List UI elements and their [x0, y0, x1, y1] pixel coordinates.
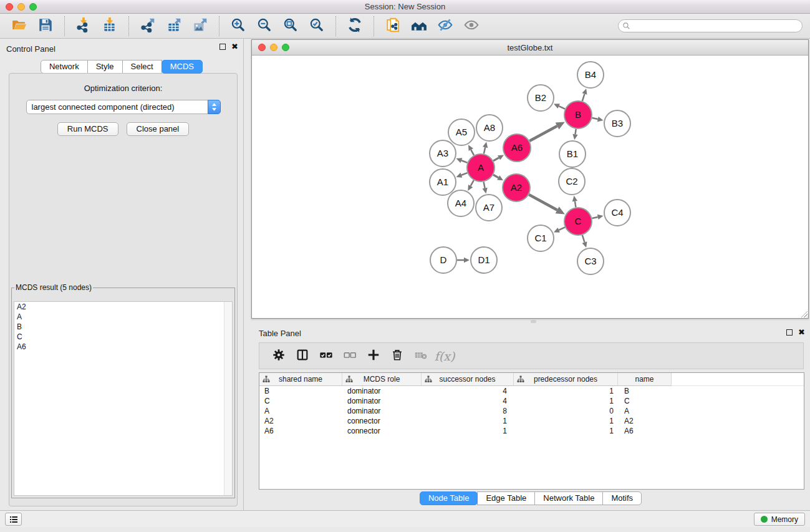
table-cell[interactable]: dominator: [342, 396, 422, 406]
node-C[interactable]: C: [564, 208, 592, 235]
gear-button[interactable]: [270, 347, 287, 365]
deselect-all-button[interactable]: [341, 347, 359, 365]
refresh-button[interactable]: [345, 16, 365, 36]
table-cell[interactable]: 1: [514, 416, 618, 426]
table-row[interactable]: A2connector11A2: [259, 416, 804, 426]
zoom-fit-button[interactable]: [281, 16, 301, 36]
close-window-button[interactable]: [6, 3, 13, 11]
edge-A-A7[interactable]: [484, 182, 485, 188]
edge-C-C3[interactable]: [582, 235, 585, 243]
run-mcds-button[interactable]: Run MCDS: [57, 122, 118, 136]
edge-A2-C[interactable]: [529, 195, 557, 210]
table-tab-node-table[interactable]: Node Table: [420, 491, 478, 505]
table-cell[interactable]: dominator: [342, 406, 422, 416]
table-cell[interactable]: A2: [259, 416, 342, 426]
node-C2[interactable]: C2: [559, 168, 585, 195]
table-cell[interactable]: dominator: [342, 386, 422, 396]
close-panel-button[interactable]: Close panel: [127, 122, 190, 136]
table-tab-edge-table[interactable]: Edge Table: [477, 491, 535, 505]
float-table-panel-icon[interactable]: [786, 329, 793, 336]
node-A1[interactable]: A1: [430, 169, 456, 195]
table-cell[interactable]: 1: [514, 386, 618, 396]
edge-C-C2[interactable]: [575, 201, 576, 208]
table-row[interactable]: Bdominator41B: [259, 386, 804, 396]
network-close-button[interactable]: [258, 44, 266, 51]
node-A5[interactable]: A5: [448, 119, 475, 145]
result-item[interactable]: A2: [14, 302, 232, 312]
table-cell[interactable]: 4: [422, 396, 514, 406]
export-image-button[interactable]: [190, 16, 210, 36]
table-tab-network-table[interactable]: Network Table: [534, 491, 603, 505]
result-item[interactable]: B: [14, 322, 232, 332]
node-B[interactable]: B: [564, 101, 592, 128]
network-window-titlebar[interactable]: testGlobe.txt: [252, 40, 808, 56]
node-D1[interactable]: D1: [471, 247, 497, 273]
table-cell[interactable]: A6: [259, 426, 342, 436]
edge-B-B1[interactable]: [576, 129, 576, 135]
hide-graphics-details-button[interactable]: [435, 16, 455, 36]
table-cell[interactable]: 0: [514, 406, 618, 416]
table-cell[interactable]: A: [259, 406, 342, 416]
network-zoom-button[interactable]: [282, 44, 289, 51]
select-all-button[interactable]: [317, 347, 335, 365]
column-header-shared-name[interactable]: shared name: [259, 373, 342, 386]
show-graphics-details-button[interactable]: [461, 16, 481, 36]
table-cell[interactable]: B: [618, 386, 672, 396]
column-header-name[interactable]: name: [618, 373, 672, 386]
zoom-selected-button[interactable]: [307, 16, 327, 36]
node-C1[interactable]: C1: [528, 225, 554, 251]
node-B4[interactable]: B4: [577, 62, 604, 88]
table-cell[interactable]: 8: [422, 406, 514, 416]
result-item[interactable]: A6: [14, 342, 232, 352]
edge-A-A2[interactable]: [493, 175, 498, 178]
table-cell[interactable]: B: [259, 386, 342, 396]
window-resize-grip[interactable]: [800, 310, 808, 317]
edge-A-A1[interactable]: [461, 173, 468, 175]
edge-A-A4[interactable]: [471, 180, 474, 186]
edge-C-C4[interactable]: [592, 217, 597, 218]
table-cell[interactable]: C: [259, 396, 342, 406]
edge-A-A8[interactable]: [484, 147, 485, 153]
node-B3[interactable]: B3: [604, 110, 630, 137]
memory-button[interactable]: Memory: [754, 513, 805, 526]
table-cell[interactable]: 4: [422, 386, 514, 396]
node-A8[interactable]: A8: [476, 115, 503, 141]
network-minimize-button[interactable]: [270, 44, 277, 51]
result-item[interactable]: C: [14, 332, 232, 342]
trash-button[interactable]: [388, 347, 406, 365]
close-panel-icon[interactable]: ✖: [231, 44, 238, 50]
table-cell[interactable]: connector: [342, 416, 422, 426]
node-A2[interactable]: A2: [503, 174, 530, 201]
table-cell[interactable]: A6: [618, 426, 672, 436]
column-header-successor-nodes[interactable]: successor nodes: [422, 373, 514, 386]
export-network-button[interactable]: [138, 16, 158, 36]
node-C4[interactable]: C4: [604, 200, 630, 226]
zoom-out-button[interactable]: [254, 16, 274, 36]
table-cell[interactable]: connector: [342, 426, 422, 436]
table-cell[interactable]: A2: [618, 416, 672, 426]
tab-style[interactable]: Style: [87, 60, 123, 74]
node-A6[interactable]: A6: [503, 134, 531, 162]
export-table-button[interactable]: [164, 16, 184, 36]
table-row[interactable]: Cdominator41C: [259, 396, 804, 406]
edge-B-B3[interactable]: [592, 118, 597, 119]
result-scrollbar[interactable]: [224, 302, 232, 495]
table-cell[interactable]: 1: [514, 396, 618, 406]
edge-A-A6[interactable]: [493, 158, 499, 161]
result-item[interactable]: A: [14, 312, 232, 322]
column-button[interactable]: [294, 347, 311, 365]
tab-select[interactable]: Select: [122, 60, 162, 74]
zoom-in-button[interactable]: [228, 16, 248, 36]
table-cell[interactable]: 1: [422, 426, 514, 436]
close-table-panel-icon[interactable]: ✖: [798, 329, 805, 336]
show-panels-button[interactable]: [5, 513, 22, 526]
table-cell[interactable]: 1: [422, 416, 514, 426]
tab-network[interactable]: Network: [41, 60, 88, 74]
save-button[interactable]: [36, 16, 55, 36]
network-from-file-button[interactable]: [383, 16, 403, 36]
window-controls[interactable]: [6, 3, 37, 11]
table-cell[interactable]: C: [618, 396, 672, 406]
criterion-select[interactable]: largest connected component (directed): [26, 100, 221, 114]
tab-mcds[interactable]: MCDS: [162, 60, 203, 74]
column-header-predecessor-nodes[interactable]: predecessor nodes: [514, 373, 618, 386]
